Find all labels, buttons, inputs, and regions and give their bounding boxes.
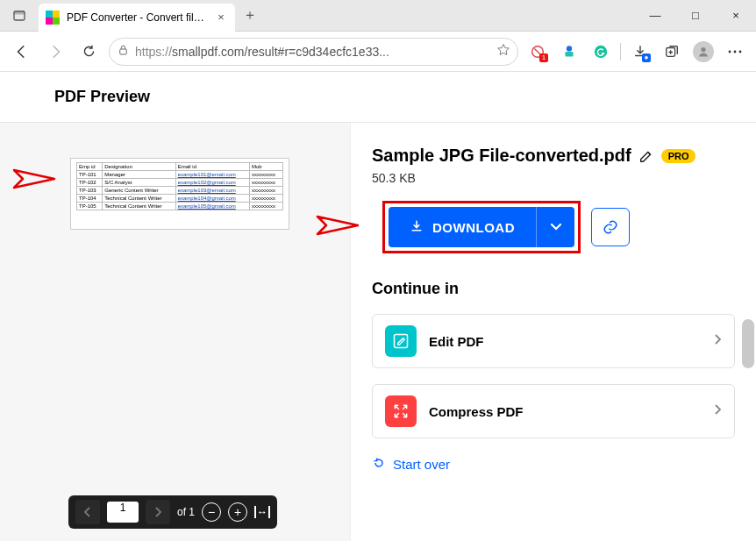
chevron-right-icon bbox=[713, 403, 722, 419]
start-over-label: Start over bbox=[393, 457, 450, 472]
download-row: DOWNLOAD bbox=[372, 201, 735, 253]
start-over-link[interactable]: Start over bbox=[372, 456, 735, 473]
next-page-button[interactable] bbox=[146, 500, 170, 524]
scrollbar-thumb[interactable] bbox=[742, 319, 754, 368]
action-compress-pdf[interactable]: Compress PDF bbox=[372, 384, 735, 438]
extension-block-icon[interactable]: 1 bbox=[525, 39, 550, 64]
tab-title: PDF Converter - Convert files to bbox=[67, 11, 207, 24]
fit-width-button[interactable]: ↔ bbox=[254, 506, 270, 518]
profile-avatar[interactable] bbox=[691, 39, 716, 64]
tab-strip-handle-icon[interactable] bbox=[0, 0, 39, 31]
title-bar: PDF Converter - Convert files to × ＋ — □… bbox=[0, 0, 756, 32]
annotation-arrow-preview bbox=[12, 167, 58, 195]
svg-rect-1 bbox=[14, 11, 25, 14]
tab-close-button[interactable]: × bbox=[214, 11, 228, 25]
smallpdf-favicon-icon bbox=[46, 11, 60, 25]
thumbnail-table: Emp idDesignationEmail idMob TP-101Manag… bbox=[76, 162, 283, 210]
file-name: Sample JPG File-converted.pdf bbox=[372, 146, 631, 166]
file-header: Sample JPG File-converted.pdf PRO bbox=[372, 146, 735, 166]
extension-grammarly-icon[interactable] bbox=[588, 39, 613, 64]
collections-icon[interactable] bbox=[660, 39, 684, 64]
action-edit-pdf[interactable]: Edit PDF bbox=[372, 314, 735, 368]
address-bar[interactable]: https://smallpdf.com/result#r=c9d34ecfc1… bbox=[109, 38, 518, 66]
window-controls: — □ × bbox=[635, 0, 756, 31]
page-header: PDF Preview bbox=[0, 72, 756, 123]
restart-icon bbox=[372, 456, 386, 473]
page-number-input[interactable]: 1 bbox=[107, 502, 139, 523]
zoom-out-button[interactable]: − bbox=[202, 502, 221, 522]
download-button[interactable]: DOWNLOAD bbox=[389, 207, 536, 247]
download-icon bbox=[410, 219, 424, 236]
page-count-label: of 1 bbox=[177, 506, 195, 518]
annotation-highlight-box: DOWNLOAD bbox=[382, 201, 581, 253]
prev-page-button[interactable] bbox=[75, 500, 100, 524]
svg-point-9 bbox=[729, 50, 731, 53]
svg-point-8 bbox=[701, 46, 705, 51]
page-title: PDF Preview bbox=[54, 88, 150, 106]
svg-point-11 bbox=[739, 50, 742, 53]
url-text: https://smallpdf.com/result#r=c9d34ecfc1… bbox=[135, 45, 491, 59]
pdf-page-toolbar: 1 of 1 − + ↔ bbox=[68, 495, 277, 529]
svg-point-6 bbox=[595, 45, 607, 57]
minimize-button[interactable]: — bbox=[635, 0, 675, 31]
main: Emp idDesignationEmail idMob TP-101Manag… bbox=[0, 123, 756, 541]
action-label: Compress PDF bbox=[429, 404, 701, 419]
site-info-icon[interactable] bbox=[117, 44, 130, 60]
refresh-button[interactable] bbox=[75, 39, 102, 65]
back-button[interactable] bbox=[9, 39, 35, 65]
close-window-button[interactable]: × bbox=[716, 0, 756, 31]
new-tab-button[interactable]: ＋ bbox=[235, 0, 265, 31]
edit-pdf-icon bbox=[385, 325, 417, 357]
download-dropdown-button[interactable] bbox=[536, 207, 574, 247]
more-menu-icon[interactable] bbox=[723, 39, 747, 64]
preview-pane: Emp idDesignationEmail idMob TP-101Manag… bbox=[0, 123, 351, 541]
favorite-icon[interactable] bbox=[496, 43, 510, 60]
downloads-icon[interactable]: ● bbox=[628, 39, 653, 64]
action-label: Edit PDF bbox=[429, 334, 701, 349]
download-label: DOWNLOAD bbox=[432, 220, 515, 235]
detail-pane: Sample JPG File-converted.pdf PRO 50.3 K… bbox=[351, 123, 756, 541]
extension-shopping-icon[interactable] bbox=[557, 39, 581, 64]
pdf-thumbnail[interactable]: Emp idDesignationEmail idMob TP-101Manag… bbox=[70, 158, 289, 230]
pro-badge: PRO bbox=[661, 149, 696, 163]
divider bbox=[620, 43, 621, 61]
svg-point-4 bbox=[567, 46, 572, 51]
share-link-button[interactable] bbox=[591, 208, 630, 246]
zoom-in-button[interactable]: + bbox=[228, 502, 247, 522]
compress-pdf-icon bbox=[385, 395, 417, 427]
continue-heading: Continue in bbox=[372, 280, 735, 298]
svg-rect-5 bbox=[566, 52, 574, 56]
rename-icon[interactable] bbox=[638, 148, 654, 164]
svg-rect-2 bbox=[120, 49, 127, 54]
browser-tab[interactable]: PDF Converter - Convert files to × bbox=[39, 4, 235, 32]
file-size: 50.3 KB bbox=[372, 171, 735, 185]
annotation-arrow-download bbox=[316, 213, 361, 241]
maximize-button[interactable]: □ bbox=[675, 0, 716, 31]
svg-point-10 bbox=[734, 50, 737, 53]
forward-button[interactable] bbox=[42, 39, 68, 65]
toolbar: https://smallpdf.com/result#r=c9d34ecfc1… bbox=[0, 32, 756, 72]
chevron-right-icon bbox=[713, 333, 722, 349]
toolbar-extensions: 1 ● bbox=[525, 39, 747, 64]
smallpdf-logo-icon bbox=[16, 83, 44, 111]
